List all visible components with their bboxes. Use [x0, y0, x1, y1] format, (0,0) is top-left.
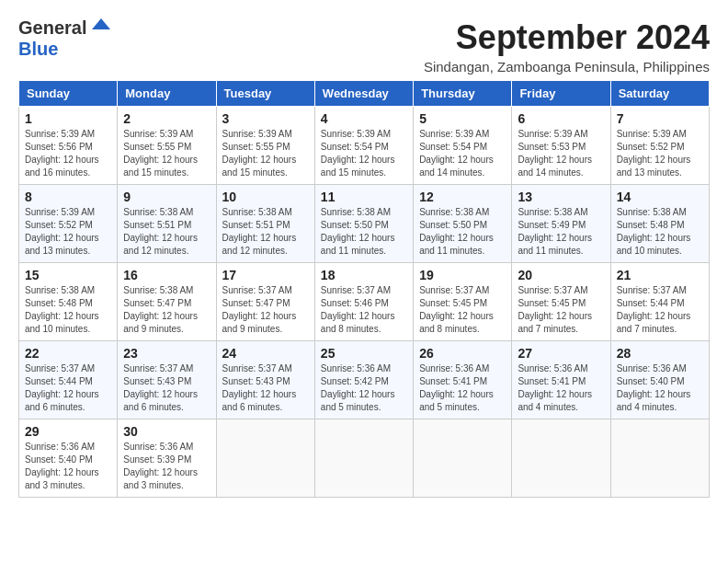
calendar-day-cell: 19Sunrise: 5:37 AMSunset: 5:45 PMDayligh… — [414, 263, 512, 341]
day-number: 17 — [222, 268, 309, 282]
weekday-header-tuesday: Tuesday — [216, 81, 314, 107]
day-number: 30 — [123, 424, 210, 439]
day-number: 9 — [123, 190, 210, 204]
day-number: 26 — [419, 346, 506, 361]
calendar-day-cell: 1Sunrise: 5:39 AMSunset: 5:56 PMDaylight… — [19, 107, 118, 185]
day-number: 14 — [617, 190, 703, 204]
day-info: Sunrise: 5:37 AMSunset: 5:45 PMDaylight:… — [419, 284, 506, 336]
title-area: September 2024 Sindangan, Zamboanga Peni… — [424, 18, 710, 75]
day-number: 25 — [321, 346, 407, 361]
day-info: Sunrise: 5:39 AMSunset: 5:56 PMDaylight:… — [25, 128, 111, 179]
day-number: 15 — [25, 268, 111, 282]
calendar-day-cell: 26Sunrise: 5:36 AMSunset: 5:41 PMDayligh… — [414, 341, 512, 419]
calendar-day-cell: 11Sunrise: 5:38 AMSunset: 5:50 PMDayligh… — [314, 185, 413, 263]
calendar-day-cell: 16Sunrise: 5:38 AMSunset: 5:47 PMDayligh… — [118, 263, 216, 341]
calendar-day-cell: 3Sunrise: 5:39 AMSunset: 5:55 PMDaylight… — [216, 107, 314, 185]
calendar-week-3: 15Sunrise: 5:38 AMSunset: 5:48 PMDayligh… — [19, 263, 710, 341]
calendar-day-cell: 15Sunrise: 5:38 AMSunset: 5:48 PMDayligh… — [19, 263, 118, 341]
calendar-day-cell: 5Sunrise: 5:39 AMSunset: 5:54 PMDaylight… — [414, 107, 512, 185]
day-info: Sunrise: 5:38 AMSunset: 5:48 PMDaylight:… — [25, 284, 111, 336]
day-number: 16 — [123, 268, 210, 282]
calendar-week-1: 1Sunrise: 5:39 AMSunset: 5:56 PMDaylight… — [19, 107, 710, 185]
day-number: 5 — [419, 111, 506, 126]
logo-general: General — [18, 17, 86, 38]
calendar-day-cell: 30Sunrise: 5:36 AMSunset: 5:39 PMDayligh… — [118, 419, 216, 498]
calendar-day-cell: 29Sunrise: 5:36 AMSunset: 5:40 PMDayligh… — [19, 419, 118, 498]
day-number: 1 — [25, 111, 111, 126]
day-info: Sunrise: 5:39 AMSunset: 5:54 PMDaylight:… — [419, 128, 506, 179]
day-info: Sunrise: 5:37 AMSunset: 5:46 PMDaylight:… — [321, 284, 407, 336]
subtitle: Sindangan, Zamboanga Peninsula, Philippi… — [424, 59, 710, 75]
day-number: 28 — [617, 346, 703, 361]
day-info: Sunrise: 5:36 AMSunset: 5:41 PMDaylight:… — [419, 362, 506, 414]
day-number: 13 — [518, 190, 604, 204]
logo-blue: Blue — [18, 39, 58, 59]
day-number: 22 — [25, 346, 111, 361]
day-info: Sunrise: 5:38 AMSunset: 5:51 PMDaylight:… — [222, 206, 309, 258]
calendar-header-row: SundayMondayTuesdayWednesdayThursdayFrid… — [19, 81, 710, 107]
calendar-day-cell: 23Sunrise: 5:37 AMSunset: 5:43 PMDayligh… — [118, 341, 216, 419]
day-info: Sunrise: 5:36 AMSunset: 5:42 PMDaylight:… — [321, 362, 407, 414]
day-info: Sunrise: 5:37 AMSunset: 5:47 PMDaylight:… — [222, 284, 309, 336]
day-number: 4 — [321, 111, 407, 126]
calendar-day-cell: 17Sunrise: 5:37 AMSunset: 5:47 PMDayligh… — [216, 263, 314, 341]
day-number: 21 — [617, 268, 703, 282]
day-info: Sunrise: 5:38 AMSunset: 5:49 PMDaylight:… — [518, 206, 604, 258]
day-info: Sunrise: 5:37 AMSunset: 5:44 PMDaylight:… — [25, 362, 111, 414]
calendar-week-4: 22Sunrise: 5:37 AMSunset: 5:44 PMDayligh… — [19, 341, 710, 419]
day-number: 8 — [25, 190, 111, 204]
calendar-day-cell: 14Sunrise: 5:38 AMSunset: 5:48 PMDayligh… — [610, 185, 709, 263]
day-info: Sunrise: 5:37 AMSunset: 5:43 PMDaylight:… — [222, 362, 309, 414]
day-number: 3 — [222, 111, 309, 126]
logo: General Blue — [18, 18, 110, 58]
calendar-day-cell: 21Sunrise: 5:37 AMSunset: 5:44 PMDayligh… — [610, 263, 709, 341]
day-info: Sunrise: 5:39 AMSunset: 5:55 PMDaylight:… — [123, 128, 210, 179]
page-header: General Blue September 2024 Sindangan, Z… — [18, 18, 710, 75]
weekday-header-monday: Monday — [118, 81, 216, 107]
day-info: Sunrise: 5:36 AMSunset: 5:40 PMDaylight:… — [617, 362, 703, 414]
day-number: 29 — [25, 424, 111, 439]
calendar-day-cell: 10Sunrise: 5:38 AMSunset: 5:51 PMDayligh… — [216, 185, 314, 263]
calendar-day-cell: 4Sunrise: 5:39 AMSunset: 5:54 PMDaylight… — [314, 107, 413, 185]
day-number: 23 — [123, 346, 210, 361]
calendar-day-cell — [414, 419, 512, 498]
day-info: Sunrise: 5:39 AMSunset: 5:52 PMDaylight:… — [617, 128, 703, 179]
calendar-day-cell: 9Sunrise: 5:38 AMSunset: 5:51 PMDaylight… — [118, 185, 216, 263]
day-info: Sunrise: 5:38 AMSunset: 5:50 PMDaylight:… — [321, 206, 407, 258]
day-number: 20 — [518, 268, 604, 282]
calendar-day-cell: 13Sunrise: 5:38 AMSunset: 5:49 PMDayligh… — [512, 185, 610, 263]
calendar-day-cell: 12Sunrise: 5:38 AMSunset: 5:50 PMDayligh… — [414, 185, 512, 263]
calendar-day-cell: 8Sunrise: 5:39 AMSunset: 5:52 PMDaylight… — [19, 185, 118, 263]
calendar-day-cell: 24Sunrise: 5:37 AMSunset: 5:43 PMDayligh… — [216, 341, 314, 419]
day-number: 27 — [518, 346, 604, 361]
calendar-week-2: 8Sunrise: 5:39 AMSunset: 5:52 PMDaylight… — [19, 185, 710, 263]
day-info: Sunrise: 5:37 AMSunset: 5:43 PMDaylight:… — [123, 362, 210, 414]
calendar-day-cell: 7Sunrise: 5:39 AMSunset: 5:52 PMDaylight… — [610, 107, 709, 185]
day-number: 2 — [123, 111, 210, 126]
day-number: 7 — [617, 111, 703, 126]
day-info: Sunrise: 5:37 AMSunset: 5:44 PMDaylight:… — [617, 284, 703, 336]
calendar-day-cell: 25Sunrise: 5:36 AMSunset: 5:42 PMDayligh… — [314, 341, 413, 419]
day-info: Sunrise: 5:38 AMSunset: 5:48 PMDaylight:… — [617, 206, 703, 258]
day-info: Sunrise: 5:38 AMSunset: 5:47 PMDaylight:… — [123, 284, 210, 336]
calendar-day-cell: 20Sunrise: 5:37 AMSunset: 5:45 PMDayligh… — [512, 263, 610, 341]
calendar-day-cell: 27Sunrise: 5:36 AMSunset: 5:41 PMDayligh… — [512, 341, 610, 419]
calendar-week-5: 29Sunrise: 5:36 AMSunset: 5:40 PMDayligh… — [19, 419, 710, 498]
calendar-day-cell — [314, 419, 413, 498]
day-info: Sunrise: 5:38 AMSunset: 5:50 PMDaylight:… — [419, 206, 506, 258]
day-info: Sunrise: 5:36 AMSunset: 5:39 PMDaylight:… — [123, 441, 210, 492]
day-number: 19 — [419, 268, 506, 282]
day-info: Sunrise: 5:39 AMSunset: 5:53 PMDaylight:… — [518, 128, 604, 179]
calendar-day-cell: 2Sunrise: 5:39 AMSunset: 5:55 PMDaylight… — [118, 107, 216, 185]
svg-marker-0 — [92, 18, 110, 29]
day-number: 24 — [222, 346, 309, 361]
weekday-header-saturday: Saturday — [610, 81, 709, 107]
calendar-day-cell: 22Sunrise: 5:37 AMSunset: 5:44 PMDayligh… — [19, 341, 118, 419]
calendar-body: 1Sunrise: 5:39 AMSunset: 5:56 PMDaylight… — [19, 107, 710, 498]
weekday-header-sunday: Sunday — [19, 81, 118, 107]
calendar-table: SundayMondayTuesdayWednesdayThursdayFrid… — [18, 80, 710, 498]
month-title: September 2024 — [424, 18, 710, 57]
day-info: Sunrise: 5:38 AMSunset: 5:51 PMDaylight:… — [123, 206, 210, 258]
day-number: 6 — [518, 111, 604, 126]
day-info: Sunrise: 5:39 AMSunset: 5:54 PMDaylight:… — [321, 128, 407, 179]
